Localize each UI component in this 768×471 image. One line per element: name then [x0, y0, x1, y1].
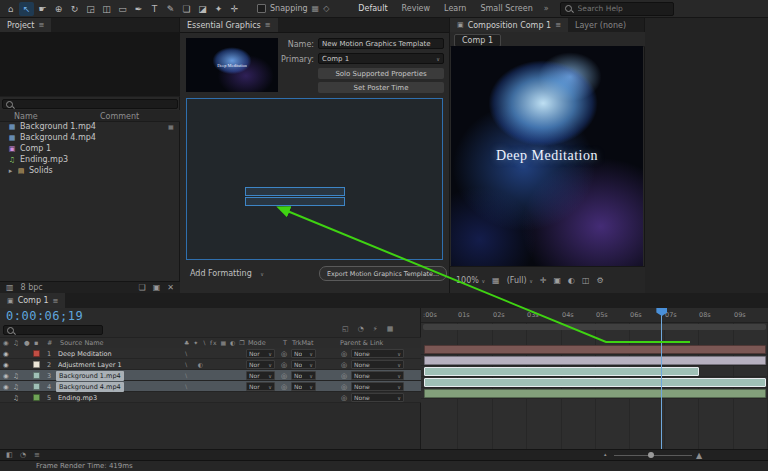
pan-behind-tool-icon[interactable]: ◫: [99, 2, 114, 16]
project-item-row[interactable]: ▦ Background 1.mp4 ▦: [0, 121, 180, 132]
layer-duration-bar[interactable]: [424, 389, 766, 398]
trkmat-pickwhip-icon[interactable]: ◎: [281, 350, 287, 358]
new-composition-icon[interactable]: ▣: [153, 283, 161, 292]
column-mode[interactable]: Mode: [248, 339, 266, 347]
timeline-search-box[interactable]: [3, 325, 103, 335]
label-color-chip[interactable]: [33, 350, 40, 357]
type-tool-icon[interactable]: T: [147, 2, 162, 16]
label-color-chip[interactable]: [33, 372, 40, 379]
export-template-button[interactable]: Export Motion Graphics Template...: [319, 266, 447, 281]
parent-link-dropdown[interactable]: None∨: [351, 371, 404, 380]
blend-mode-dropdown[interactable]: Nor∨: [246, 371, 275, 380]
project-item-row[interactable]: ♫ Ending.mp3: [0, 154, 180, 165]
layer-duration-bar[interactable]: [424, 367, 699, 376]
lock-column-icon[interactable]: ▪: [34, 339, 38, 347]
solo-column-icon[interactable]: ●: [24, 339, 30, 347]
graph-editor-icon[interactable]: ◱: [342, 325, 349, 333]
transparency-grid-icon[interactable]: ▣: [554, 276, 562, 285]
home-icon[interactable]: ⌂: [3, 2, 18, 16]
add-formatting-dropdown[interactable]: Add Formatting ∨: [190, 269, 264, 278]
flowchart-icon[interactable]: ◫: [582, 276, 590, 285]
magnification-dropdown[interactable]: 100% ∨: [456, 276, 485, 285]
parent-pickwhip-icon[interactable]: ◎: [341, 361, 347, 369]
audio-column-icon[interactable]: ♫: [13, 339, 19, 347]
layer-duration-bar[interactable]: [424, 356, 766, 365]
grid-guides-icon[interactable]: ▦: [492, 276, 500, 285]
roto-brush-tool-icon[interactable]: ✦: [211, 2, 226, 16]
parent-link-dropdown[interactable]: None∨: [351, 393, 404, 402]
current-timecode[interactable]: 0:00:06;19: [6, 309, 83, 323]
expand-caret-icon[interactable]: ▸: [8, 167, 13, 175]
layer-name-dragging[interactable]: Background 1.mp4: [56, 371, 124, 381]
tab-layer[interactable]: Layer (none): [568, 18, 633, 32]
layer-switches-icons[interactable]: ∖: [184, 383, 192, 390]
timeline-zoom-handle[interactable]: [648, 452, 654, 458]
timeline-layer-row[interactable]: ♫ 5 Ending.mp3 ◎ None∨: [0, 392, 421, 403]
work-area-bar[interactable]: [423, 324, 766, 330]
snap-option-grid-icon[interactable]: ▦: [312, 4, 320, 13]
workspace-overflow-icon[interactable]: »: [544, 4, 549, 13]
composition-viewer[interactable]: Deep Meditation: [451, 46, 643, 266]
eye-icon[interactable]: ◉: [3, 350, 9, 358]
layer-name[interactable]: Deep Meditation: [58, 350, 176, 358]
blend-mode-dropdown[interactable]: Nor∨: [246, 349, 275, 358]
playhead[interactable]: [661, 308, 662, 449]
label-color-chip[interactable]: [33, 394, 40, 401]
expand-layer-switches-icon[interactable]: ◧: [6, 451, 13, 459]
parent-pickwhip-icon[interactable]: ◎: [341, 394, 347, 402]
eye-column-icon[interactable]: ◉: [3, 339, 9, 347]
project-search-box[interactable]: [2, 99, 178, 109]
trkmat-pickwhip-icon[interactable]: ◎: [281, 361, 287, 369]
track-matte-dropdown[interactable]: No∨: [291, 382, 316, 391]
layer-duration-bar[interactable]: [424, 345, 766, 354]
project-bit-depth[interactable]: 8 bpc: [21, 283, 43, 292]
workspace-review[interactable]: Review: [402, 4, 431, 13]
trkmat-pickwhip-icon[interactable]: ◎: [281, 383, 287, 391]
blend-mode-dropdown[interactable]: Nor∨: [246, 382, 275, 391]
column-comment[interactable]: Comment: [100, 112, 139, 121]
selection-tool-icon[interactable]: ↖: [19, 2, 34, 16]
layer-name[interactable]: Ending.mp3: [58, 394, 176, 402]
new-folder-icon[interactable]: ❏: [139, 283, 146, 292]
timeline-ruler[interactable]: :00s 01s 02s 03s 04s 05s 06s 07s 08s 09s: [421, 308, 768, 323]
panel-menu-icon[interactable]: ≡: [38, 21, 44, 29]
layer-switches-icons[interactable]: ∖: [184, 372, 192, 379]
project-item-row[interactable]: ▣ Comp 1: [0, 143, 180, 154]
parent-link-dropdown[interactable]: None∨: [351, 349, 404, 358]
draft-3d-icon[interactable]: ⚡: [373, 325, 378, 333]
panel-menu-icon[interactable]: ≡: [53, 297, 59, 305]
help-search-input[interactable]: [576, 3, 669, 14]
parent-pickwhip-icon[interactable]: ◎: [341, 372, 347, 380]
composition-mini-flow-icon[interactable]: ▦: [387, 325, 394, 333]
blend-mode-dropdown[interactable]: Nor∨: [246, 360, 275, 369]
frame-blend-icon[interactable]: ◔: [358, 325, 364, 333]
workspace-learn[interactable]: Learn: [444, 4, 466, 13]
transfer-controls-icon[interactable]: ≡: [34, 451, 40, 459]
track-matte-dropdown[interactable]: No∨: [291, 349, 316, 358]
shape-tool-icon[interactable]: ▭: [115, 2, 130, 16]
label-color-chip[interactable]: [33, 383, 40, 390]
column-trkmat[interactable]: TrkMat: [292, 339, 314, 347]
snap-option-guides-icon[interactable]: ◇: [323, 4, 329, 13]
column-parent-link[interactable]: Parent & Link: [340, 339, 383, 347]
channels-icon[interactable]: ◐: [568, 276, 575, 285]
parent-pickwhip-icon[interactable]: ◎: [341, 383, 347, 391]
pen-tool-icon[interactable]: ✒: [131, 2, 146, 16]
zoom-out-mountain-icon[interactable]: ▴: [604, 451, 607, 457]
panel-menu-icon[interactable]: ≡: [555, 21, 561, 29]
timeline-layer-row-selected[interactable]: ◉ ♫ 4 Background 4.mp4 ∖ Nor∨ ◎ No∨ ◎ No…: [0, 381, 421, 392]
label-color-chip[interactable]: [33, 361, 40, 368]
primary-comp-dropdown[interactable]: Comp 1 ∨: [318, 53, 444, 64]
timeline-layer-row[interactable]: ◉ 2 Adjustment Layer 1 ∖ ◐ Nor∨ ◎ No∨ ◎ …: [0, 359, 421, 370]
camera-tool-icon[interactable]: ◲: [83, 2, 98, 16]
tab-composition[interactable]: ▣ Composition Comp 1 ≡: [450, 18, 568, 32]
layer-switches-icons[interactable]: ∖ ◐: [184, 361, 207, 368]
layer-name[interactable]: Adjustment Layer 1: [58, 361, 176, 369]
interpret-footage-icon[interactable]: ▥: [6, 283, 14, 292]
trkmat-pickwhip-icon[interactable]: ◎: [281, 372, 287, 380]
audio-icon[interactable]: ♫: [13, 383, 19, 391]
eraser-tool-icon[interactable]: ◪: [195, 2, 210, 16]
template-name-input[interactable]: New Motion Graphics Template: [318, 38, 444, 49]
column-source-name[interactable]: Source Name: [60, 339, 104, 347]
eye-icon[interactable]: ◉: [3, 361, 9, 369]
